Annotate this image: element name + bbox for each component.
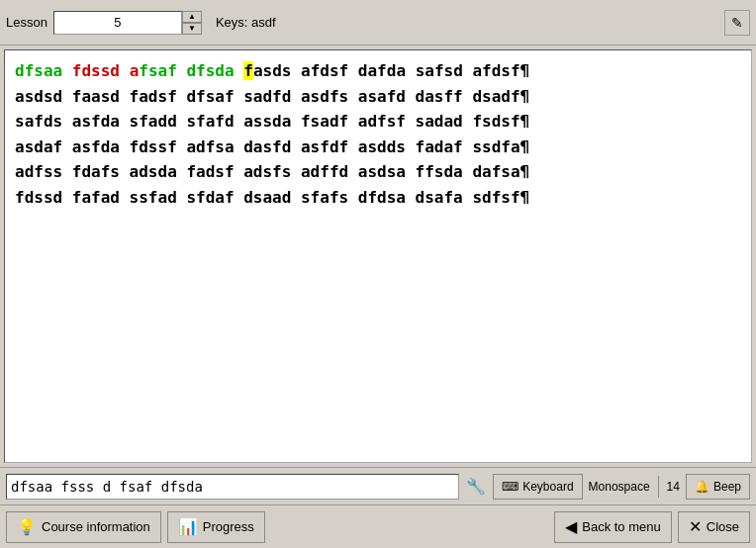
spin-down-button[interactable]: ▼ [182,23,202,35]
lesson-input[interactable] [53,11,182,35]
close-label: Close [707,519,739,534]
keys-label: Keys: asdf [216,15,718,30]
font-size-label: 14 [667,480,680,494]
back-label: Back to menu [582,519,661,534]
course-info-icon: 💡 [17,517,37,536]
separator [658,476,659,498]
text-line: asdsd faasd fadsf dfsaf sadfd asdfs asaf… [15,84,741,110]
lesson-input-group: ▲ ▼ [53,11,202,35]
close-icon: ✕ [689,517,702,536]
progress-button[interactable]: 📊 Progress [167,511,265,543]
text-line: dfsaa fdssd afsaf dfsda fasds afdsf dafd… [15,58,741,84]
beep-button[interactable]: 🔔 Beep [686,474,750,500]
text-line: adfss fdafs adsda fadsf adsfs adffd asds… [15,159,741,185]
keyboard-icon: ⌨ [502,480,519,494]
monospace-label: Monospace [589,480,650,494]
text-display: dfsaa fdssd afsaf dfsda fasds afdsf dafd… [4,49,752,463]
progress-icon: 📊 [178,517,198,536]
keyboard-label: Keyboard [522,480,573,494]
top-bar: Lesson ▲ ▼ Keys: asdf ✎ [0,0,756,46]
clear-icon: 🔧 [466,477,486,496]
spin-up-button[interactable]: ▲ [182,11,202,23]
beep-label: Beep [713,480,741,494]
edit-icon: ✎ [731,15,743,31]
beep-icon: 🔔 [695,480,709,494]
bottom-bar: 💡 Course information 📊 Progress ◀ Back t… [0,504,756,548]
progress-label: Progress [203,519,254,534]
course-info-button[interactable]: 💡 Course information [6,511,161,543]
lesson-label: Lesson [6,15,47,30]
typing-input[interactable] [6,474,459,500]
edit-button[interactable]: ✎ [724,10,750,36]
course-info-label: Course information [42,519,150,534]
input-bar: 🔧 ⌨ Keyboard Monospace 14 🔔 Beep [0,467,756,504]
back-icon: ◀ [565,517,577,536]
text-line: fdssd fafad ssfad sfdaf dsaad sfafs dfds… [15,185,741,211]
lesson-spinner: ▲ ▼ [182,11,202,35]
text-line: asdaf asfda fdssf adfsa dasfd asfdf asdd… [15,135,741,160]
close-button[interactable]: ✕ Close [678,511,750,543]
keyboard-button[interactable]: ⌨ Keyboard [493,474,582,500]
text-line: safds asfda sfadd sfafd assda fsadf adfs… [15,109,741,135]
clear-button[interactable]: 🔧 [465,476,487,498]
back-to-menu-button[interactable]: ◀ Back to menu [554,511,672,543]
